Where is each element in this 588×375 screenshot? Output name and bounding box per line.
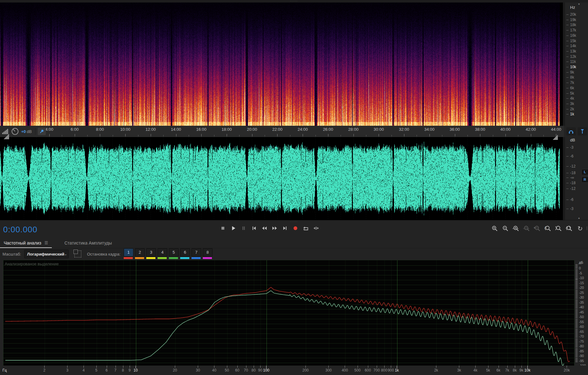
frame-hold-button-6[interactable]: 6 (180, 248, 189, 260)
record-button[interactable] (292, 224, 299, 232)
db-tick-label: -25 (579, 291, 584, 295)
ruler-tick (328, 134, 328, 136)
zoom-modifier: ←→ (512, 226, 519, 230)
freq-axis-tick (84, 366, 84, 368)
marker-button[interactable] (578, 127, 587, 135)
freq-axis-tick (345, 366, 345, 368)
zoom-in-time-button[interactable]: ←→ (512, 224, 520, 233)
zoom-to-selection-button[interactable]: ❬❭ (565, 224, 574, 233)
transport-buttons (219, 224, 320, 232)
time-label: 40:00 (500, 127, 511, 132)
freq-axis-tick (459, 366, 459, 368)
level-meter-icon (2, 128, 9, 135)
db-tick-label: -95 (579, 359, 584, 363)
tab-frequency-analysis[interactable]: Частотный анализ ☰ (0, 238, 52, 248)
frame-hold-button-3[interactable]: 3 (146, 248, 155, 260)
frequency-tick: 19k (570, 18, 576, 22)
channel-left-badge[interactable]: L (581, 169, 588, 175)
shuttle-button[interactable] (312, 224, 320, 232)
frequency-tick: 1k (570, 112, 574, 116)
db-tick-label: -85 (579, 349, 584, 353)
panel-menu-icon[interactable]: ☰ (44, 240, 48, 245)
channel-right-badge[interactable]: R (581, 177, 588, 183)
frame-hold-button-5[interactable]: 5 (169, 248, 178, 260)
refresh-timer-button[interactable]: ↻ (576, 224, 584, 233)
frame-hold-number: 1 (124, 248, 133, 256)
zoom-to-out-point-button[interactable]: ❭ (555, 224, 563, 233)
stop-button[interactable] (219, 224, 227, 232)
frame-hold-color (180, 257, 189, 259)
frame-hold-button-7[interactable]: 7 (192, 248, 201, 260)
zoom-out-amplitude-button[interactable] (501, 224, 510, 233)
skip-to-start-button[interactable] (250, 224, 258, 232)
time-ruler[interactable]: 4:006:008:0010:0012:0014:0016:0018:0020:… (0, 126, 588, 137)
scroll-corner-handle-right[interactable] (553, 135, 558, 140)
ruler-corner-tools (564, 126, 588, 137)
panel-drag-handle[interactable]: ····· (290, 220, 298, 223)
scale-select-value: Логарифмический (27, 252, 64, 256)
time-label: 4:00 (45, 127, 53, 132)
pause-button[interactable] (240, 224, 247, 232)
ruler-tick (391, 135, 392, 136)
frequency-scale: ▾ Hz 20k19k18k17k16k15k14k13k12k11k10k9k… (563, 3, 588, 126)
loop-playback-button[interactable] (302, 224, 310, 232)
chevron-down-icon: ⌄ (64, 252, 67, 256)
db-tick-label: -75 (579, 339, 584, 343)
tab-amplitude-statistics[interactable]: Статистика Амплитуды (61, 238, 116, 248)
frame-hold-button-1[interactable]: 1 (124, 248, 133, 260)
ruler-tick (100, 134, 100, 136)
frequency-tick: 18k (570, 23, 576, 27)
play-button[interactable] (229, 224, 237, 232)
freq-axis-label: 40 (212, 368, 216, 372)
db-tick-label: -50 (579, 315, 584, 319)
fast-forward-button[interactable] (271, 224, 278, 232)
freq-axis-label: 70 (244, 368, 248, 372)
db-tick-label: -15 (579, 281, 584, 285)
ruler-tick (417, 135, 417, 136)
freq-axis-label: 3 (66, 368, 68, 372)
frame-hold-button-8[interactable]: 8 (203, 248, 212, 260)
audition-window: ····· ▾ Hz 20k19k18k17k16k15k14k13k12k11… (0, 0, 588, 375)
freq-axis-tick (384, 366, 385, 368)
scroll-corner-handle-left[interactable] (4, 134, 9, 139)
freq-axis-label: 9k (520, 368, 524, 372)
monitor-button[interactable] (566, 127, 576, 135)
ruler-tick (252, 134, 252, 136)
rewind-button[interactable] (261, 224, 268, 232)
freq-axis-label: 4 (83, 368, 85, 372)
zoom-in-amplitude-button[interactable] (491, 224, 499, 233)
time-label: 28:00 (348, 127, 359, 132)
scroll-down-icon[interactable]: ▴ (578, 216, 580, 219)
freq-axis-tick (107, 366, 107, 368)
frequency-tick: 12k (570, 54, 576, 59)
ruler-tick (125, 134, 126, 136)
zoom-modifier: ❭ (554, 226, 558, 230)
freq-axis-label: 400 (342, 368, 348, 372)
freq-axis-tick (328, 366, 329, 368)
zoom-to-in-point-button[interactable]: ❬ (544, 224, 552, 233)
freq-axis-label: 50 (225, 368, 229, 372)
frame-hold-button-4[interactable]: 4 (158, 248, 167, 260)
scroll-up-icon[interactable]: ▾ (578, 3, 580, 6)
pin-playhead-button[interactable] (38, 128, 46, 135)
frequency-plot-canvas[interactable] (3, 260, 574, 366)
waveform-canvas[interactable] (0, 137, 563, 220)
freq-axis-label: 5k (486, 368, 490, 372)
frequency-tick: 11k (570, 59, 576, 64)
frame-hold-buttons: 12345678 (124, 248, 212, 260)
skip-to-end-button[interactable] (281, 224, 289, 232)
gain-readout[interactable]: +0dB (21, 129, 32, 134)
freq-axis-label: 4k (473, 368, 477, 372)
spectrogram-canvas[interactable] (0, 3, 563, 126)
scale-select[interactable]: Логарифмический ⌄ (24, 250, 69, 258)
time-label: 16:00 (196, 127, 207, 132)
copy-graph-button[interactable] (74, 251, 81, 257)
frame-hold-number: 7 (192, 248, 201, 256)
gain-knob-icon[interactable] (11, 127, 19, 135)
playhead-time-display[interactable]: 0:00.000 (3, 225, 37, 234)
frequency-tick: 2k (570, 107, 574, 111)
frequency-plot[interactable]: Анализированое выделение (3, 260, 575, 366)
frame-hold-button-2[interactable]: 2 (135, 248, 144, 260)
ruler-tick (227, 134, 227, 136)
panel-drag-handle[interactable]: ····· (290, 0, 298, 3)
